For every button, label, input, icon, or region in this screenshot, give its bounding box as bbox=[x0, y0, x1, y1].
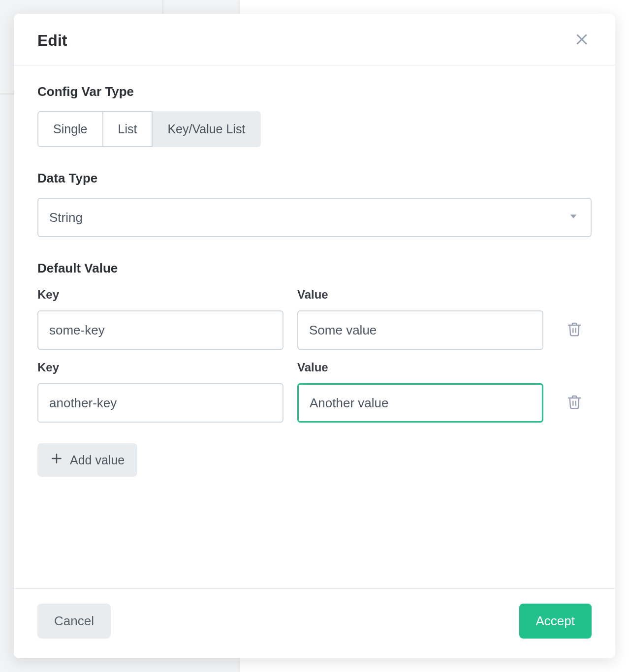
kv-key-label: Key bbox=[37, 361, 283, 374]
trash-icon bbox=[566, 394, 582, 412]
config-var-type-option-list[interactable]: List bbox=[103, 111, 153, 147]
kv-key-col: Key bbox=[37, 288, 283, 350]
plus-icon bbox=[50, 452, 63, 468]
kv-value-label: Value bbox=[297, 361, 543, 374]
add-value-button[interactable]: Add value bbox=[37, 443, 137, 477]
trash-icon bbox=[566, 321, 582, 339]
kv-value-input[interactable] bbox=[297, 310, 543, 350]
data-type-select[interactable] bbox=[37, 198, 592, 237]
config-var-type-group: Single List Key/Value List bbox=[37, 111, 261, 147]
page-backdrop: Edit Config Var Type Single List Key/Val… bbox=[0, 0, 629, 672]
kv-value-col: Value bbox=[297, 361, 543, 423]
modal-body: Config Var Type Single List Key/Value Li… bbox=[14, 65, 615, 588]
config-var-type-label: Config Var Type bbox=[37, 84, 592, 99]
kv-key-label: Key bbox=[37, 288, 283, 302]
data-type-label: Data Type bbox=[37, 171, 592, 186]
kv-row: Key Value bbox=[37, 288, 592, 350]
kv-key-col: Key bbox=[37, 361, 283, 423]
kv-value-input[interactable] bbox=[297, 383, 543, 423]
kv-key-input[interactable] bbox=[37, 383, 283, 423]
cancel-button[interactable]: Cancel bbox=[37, 604, 111, 639]
modal-header: Edit bbox=[14, 14, 615, 65]
kv-row: Key Value bbox=[37, 361, 592, 423]
config-var-type-option-single[interactable]: Single bbox=[37, 111, 103, 147]
default-value-label: Default Value bbox=[37, 261, 592, 276]
add-value-label: Add value bbox=[70, 453, 125, 467]
kv-value-col: Value bbox=[297, 288, 543, 350]
accept-button[interactable]: Accept bbox=[519, 604, 592, 639]
edit-modal: Edit Config Var Type Single List Key/Val… bbox=[14, 14, 615, 658]
modal-footer: Cancel Accept bbox=[14, 588, 615, 658]
kv-value-label: Value bbox=[297, 288, 543, 302]
config-var-type-option-key-value-list[interactable]: Key/Value List bbox=[153, 111, 261, 147]
kv-delete-button[interactable] bbox=[557, 383, 592, 423]
kv-delete-button[interactable] bbox=[557, 310, 592, 350]
kv-key-input[interactable] bbox=[37, 310, 283, 350]
modal-title: Edit bbox=[37, 31, 67, 50]
close-button[interactable] bbox=[572, 31, 592, 50]
close-icon bbox=[574, 32, 589, 49]
data-type-select-wrap bbox=[37, 198, 592, 237]
